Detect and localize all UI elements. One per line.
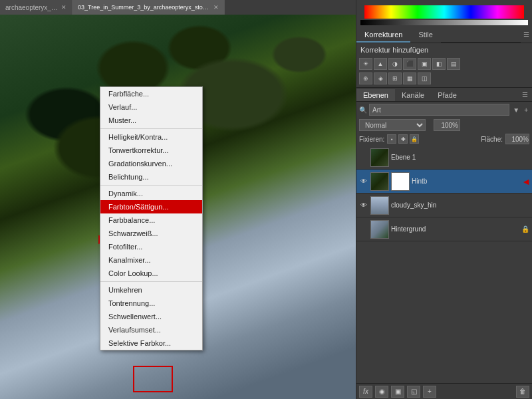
group-layer-button[interactable]: ◱	[407, 386, 420, 398]
menu-item-schwellenwert[interactable]: Schwellenwert...	[100, 310, 202, 323]
adj-icon-vibrance[interactable]: ▣	[418, 58, 431, 70]
adj-icon-photofilter[interactable]: ◈	[374, 72, 387, 84]
layer-visibility-0[interactable]	[359, 153, 368, 162]
adj-icon-curves[interactable]: ◑	[388, 58, 402, 70]
layers-panel-menu[interactable]: ☰	[518, 89, 532, 101]
blend-mode-row: Normal	[356, 118, 532, 132]
tab-korrekturen[interactable]: Korrekturen	[356, 28, 410, 43]
layer-visibility-3[interactable]	[359, 225, 368, 234]
search-icon: 🔍	[359, 106, 367, 114]
layer-name-1: Hintb	[412, 178, 529, 185]
layer-visibility-2[interactable]: 👁	[359, 201, 368, 210]
color-gradient-strip[interactable]	[364, 5, 524, 19]
lock-label: Fixieren:	[359, 136, 384, 143]
adj-icon-exposure[interactable]: ⬛	[403, 58, 416, 70]
layer-thumb-2	[370, 196, 389, 215]
opacity-input[interactable]	[434, 119, 460, 131]
new-layer-button[interactable]: +	[423, 386, 436, 398]
tab-tree[interactable]: 03_Tree_in_Summer_3_by_archaeopteryx_sto…	[72, 0, 225, 15]
layer-item-3[interactable]: Hintergrund 🔒	[356, 217, 532, 241]
panel-tabs: Korrekturen Stile ☰	[356, 28, 532, 43]
adj-icon-invert[interactable]: ▦	[403, 72, 416, 84]
layer-name-2: cloudy_sky_hin	[391, 201, 529, 209]
arrow-indicator: ◄	[521, 176, 531, 187]
delete-layer-button[interactable]: 🗑	[516, 386, 529, 398]
layer-thumb-3	[370, 220, 389, 239]
layer-visibility-1[interactable]: 👁	[359, 177, 368, 186]
adjustment-layer-button[interactable]: ▣	[391, 386, 404, 398]
layers-search-row: 🔍 Art ▼ +	[356, 102, 532, 118]
menu-item-verlaufsumsetz[interactable]: Verlaufsumset...	[100, 323, 202, 336]
menu-item-dynamik[interactable]: Dynamik...	[100, 187, 202, 200]
fx-button[interactable]: fx	[359, 386, 372, 398]
menu-item-helligkeit[interactable]: Helligkeit/Kontra...	[100, 130, 202, 144]
lock-all[interactable]: 🔒	[410, 134, 419, 144]
adj-icon-posterize[interactable]: ◫	[418, 72, 431, 84]
layer-item-0[interactable]: Ebene 1	[356, 146, 532, 170]
layers-panel: Ebenen Kanäle Pfade ☰ 🔍 Art ▼ + Normal	[356, 89, 532, 399]
layer-item-2[interactable]: 👁 cloudy_sky_hin	[356, 194, 532, 217]
tab-bar: archaeopteryx_stocks.jpg ✕ 03_Tree_in_Su…	[0, 0, 225, 15]
panel-menu-icon[interactable]: ☰	[521, 28, 532, 43]
filter-toggle[interactable]: ▼	[511, 106, 521, 114]
menu-item-colorlookup[interactable]: Color Lookup...	[100, 267, 202, 280]
menu-separator-3	[100, 281, 202, 282]
dropdown-menu[interactable]: Farbfläche... Verlauf... Muster... Helli…	[100, 86, 203, 350]
menu-item-farbflaeche[interactable]: Farbfläche...	[100, 87, 202, 100]
menu-item-selektivfarbkor[interactable]: Selektive Farbkor...	[100, 336, 202, 350]
menu-item-verlauf[interactable]: Verlauf...	[100, 100, 202, 114]
menu-item-farbbalance[interactable]: Farbbalance...	[100, 213, 202, 227]
layer-thumb-1	[370, 172, 389, 191]
layer-mask-thumb-1	[391, 172, 410, 191]
adj-icon-channelmix[interactable]: ⊞	[388, 72, 402, 84]
menu-item-umkehren[interactable]: Umkehren	[100, 283, 202, 297]
tab-close-0[interactable]: ✕	[61, 4, 66, 11]
menu-item-gradation[interactable]: Gradationskurven...	[100, 157, 202, 170]
layer-thumb-0	[370, 148, 389, 167]
tab-label-2: 03_Tree_in_Summer_3_by_archaeopteryx_sto…	[78, 4, 211, 11]
panel-header: Korrektur hinzufügen	[356, 43, 532, 57]
adj-icon-brightness[interactable]: ☀	[359, 58, 372, 70]
menu-item-tontrennung[interactable]: Tontrennung...	[100, 297, 202, 310]
menu-item-schwarzweiss[interactable]: Schwarzweiß...	[100, 227, 202, 240]
adj-icon-colorbalance[interactable]: ▤	[447, 58, 460, 70]
lock-position[interactable]: ✚	[398, 134, 408, 144]
menu-item-tonwert[interactable]: Tonwertkorrektur...	[100, 144, 202, 157]
blend-mode-select[interactable]: Normal	[359, 119, 426, 131]
tab-ebenen[interactable]: Ebenen	[356, 89, 395, 101]
fill-label: Fläche:	[481, 136, 503, 143]
search-label: Art	[372, 106, 381, 114]
menu-separator-2	[100, 185, 202, 186]
layer-name-0: Ebene 1	[391, 154, 529, 161]
lock-pixels[interactable]: ▪	[387, 134, 396, 144]
search-box[interactable]: Art	[369, 104, 509, 116]
adj-icon-bw[interactable]: ⊕	[359, 72, 372, 84]
right-panel: Korrekturen Stile ☰ Korrektur hinzufügen…	[356, 0, 532, 399]
layer-add-icon[interactable]: +	[523, 106, 529, 114]
lock-icon-3: 🔒	[521, 225, 529, 233]
menu-item-belichtung[interactable]: Belichtung...	[100, 170, 202, 184]
layer-item-1[interactable]: 👁 Hintb ◄	[356, 170, 532, 194]
layers-list: Ebene 1 👁 Hintb ◄ 👁	[356, 146, 532, 383]
new-fill-layer-button[interactable]: ◉	[375, 386, 388, 398]
fill-input[interactable]	[505, 134, 529, 144]
layers-bottom-toolbar: fx ◉ ▣ ◱ + 🗑	[356, 383, 532, 399]
tab-stile[interactable]: Stile	[410, 28, 440, 43]
menu-item-farbton[interactable]: Farbton/Sättigun...	[100, 200, 202, 213]
menu-separator-1	[100, 128, 202, 129]
menu-item-fotofilter[interactable]: Fotofilter...	[100, 240, 202, 253]
adj-icons-row-2: ⊕ ◈ ⊞ ▦ ◫	[356, 71, 532, 86]
adj-icon-levels[interactable]: ▲	[374, 58, 387, 70]
menu-item-kanalmixer[interactable]: Kanalmixer...	[100, 253, 202, 267]
tab-pfade[interactable]: Pfade	[431, 89, 464, 101]
adj-icon-hsl[interactable]: ◧	[432, 58, 446, 70]
layer-name-3: Hintergrund	[391, 225, 518, 233]
tab-archaeopteryx[interactable]: archaeopteryx_stocks.jpg ✕	[0, 0, 72, 15]
tab-kanaele[interactable]: Kanäle	[395, 89, 431, 101]
adj-icons-row-1: ☀ ▲ ◑ ⬛ ▣ ◧ ▤	[356, 57, 532, 71]
layers-tabs: Ebenen Kanäle Pfade ☰	[356, 89, 532, 102]
tab-close-1[interactable]: ✕	[213, 4, 219, 11]
lock-row: Fixieren: ▪ ✚ 🔒 Fläche:	[356, 132, 532, 146]
menu-item-muster[interactable]: Muster...	[100, 114, 202, 127]
tab-label: archaeopteryx_stocks.jpg	[5, 4, 59, 11]
